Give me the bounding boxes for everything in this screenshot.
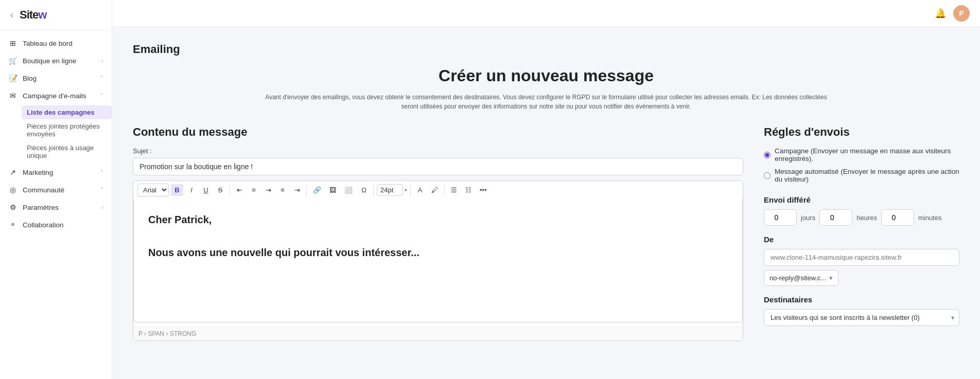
chevron-up-icon: ˄ [100,93,103,99]
campagne-submenu: Liste des campagnes Pièces jointes proté… [0,104,112,164]
rules-section: Régles d'envois Campagne (Envoyer un mes… [764,125,959,335]
send-type-radio-group: Campagne (Envoyer un message en masse au… [764,147,959,183]
align-justify-button[interactable]: ≡ [276,184,289,196]
back-button[interactable]: ‹ [8,10,15,21]
special-char-button[interactable]: Ω [358,184,370,196]
font-size-input[interactable] [377,184,402,196]
chevron-down-icon: ˅ [100,75,103,82]
highlight-button[interactable]: 🖊 [428,184,441,196]
embed-button[interactable]: ⬜ [341,184,356,196]
envoi-differe-fields: jours heures minutes [764,209,959,226]
sidebar-item-boutique-label: Boutique en ligne [23,57,76,65]
tableau-icon: ⊞ [8,39,18,47]
divider-3 [373,185,374,195]
from-email-value: no-reply@sitew.c... [769,274,826,282]
campagne-icon: ✉ [8,92,18,100]
sidebar-item-marketing-label: Marketing [23,169,53,176]
notification-icon[interactable]: 🔔 [935,8,946,19]
parametres-icon: ⚙ [8,203,18,211]
radio-campagne[interactable]: Campagne (Envoyer un message en masse au… [764,147,959,163]
sidebar-item-boutique[interactable]: 🛒 Boutique en ligne › [0,52,112,69]
align-center-button[interactable]: ≡ [248,184,260,196]
rules-section-title: Régles d'envois [764,125,959,139]
sidebar-item-pj-protegees[interactable]: Pièces jointes protégées envoyées [22,119,112,141]
bold-button[interactable]: B [171,184,183,196]
sidebar-item-marketing[interactable]: ↗ Marketing ˅ [0,164,112,181]
align-left-button[interactable]: ⇤ [233,184,246,196]
chevron-right-icon-2: › [101,204,103,210]
radio-automatise-label: Message automatisé (Envoyer le message a… [775,168,959,183]
main-content: 🔔 P Emailing Créer un nouveau message Av… [112,0,980,379]
sidebar: ‹ Sitew ⊞ Tableau de bord 🛒 Boutique en … [0,0,112,379]
italic-button[interactable]: I [185,184,198,196]
radio-campagne-input[interactable] [764,152,771,158]
topbar: 🔔 P [112,0,980,27]
divider-1 [230,185,230,195]
font-color-button[interactable]: A [414,184,426,196]
link-button[interactable]: 🔗 [310,184,324,196]
radio-automatise[interactable]: Message automatisé (Envoyer le message a… [764,168,959,183]
more-options-button[interactable]: ••• [477,184,490,196]
logo-w: w [38,8,46,21]
sidebar-item-liste-campagnes[interactable]: Liste des campagnes [22,105,112,119]
indent-button[interactable]: ⇥ [291,184,303,196]
divider-5 [444,185,445,195]
sidebar-item-campagne[interactable]: ✉ Campagne d'e-mails ˄ [0,87,112,104]
minutes-label: minutes [918,214,942,222]
jours-input[interactable] [764,209,797,226]
de-group: De no-reply@sitew.c... ▾ [764,235,959,286]
content-section-title: Contenu du message [133,125,743,139]
minutes-input[interactable] [881,209,914,226]
avatar[interactable]: P [953,5,970,22]
sidebar-item-blog[interactable]: 📝 Blog ˅ [0,69,112,87]
subject-input[interactable] [133,158,743,175]
image-button[interactable]: 🖼 [326,184,339,196]
editor-line-2: Nous avons une nouvelle qui pourrait vou… [148,244,728,261]
boutique-icon: 🛒 [8,57,18,65]
chevron-down-icon-2: ˅ [100,169,103,176]
sidebar-item-communaute-label: Communauté [23,186,64,194]
page-breadcrumb: Emailing [133,43,959,56]
logo-site: Site [20,8,38,21]
chevron-right-icon: › [101,58,103,64]
editor-content: Cher Patrick, Nous avons une nouvelle qu… [148,211,728,261]
editor-breadcrumb: P › SPAN › STRONG [133,327,743,340]
sidebar-item-tableau-label: Tableau de bord [23,40,73,47]
heures-input[interactable] [819,209,852,226]
ordered-list-button[interactable]: ☷ [462,184,475,196]
font-size-group: ▾ [377,184,407,196]
font-family-select[interactable]: Arial [137,184,169,196]
sidebar-item-blog-label: Blog [23,75,37,82]
sidebar-item-collaboration[interactable]: ⚬ Collaboration [0,216,112,233]
destinataires-title: Destinataires [764,295,959,304]
bullet-list-button[interactable]: ☰ [448,184,460,196]
envoi-differe-title: Envoi différé [764,195,959,204]
from-domain-input [764,249,959,266]
radio-automatise-input[interactable] [764,172,771,179]
sidebar-item-communaute[interactable]: ◎ Communauté ˅ [0,181,112,198]
sidebar-navigation: ⊞ Tableau de bord 🛒 Boutique en ligne › … [0,30,112,238]
chevron-down-icon-3: ˅ [100,187,103,193]
page-main-title: Créer un nouveau message [133,66,959,85]
destinataires-select[interactable]: Les visiteurs qui se sont inscrits à la … [764,309,959,326]
sidebar-item-tableau[interactable]: ⊞ Tableau de bord [0,34,112,52]
editor-toolbar: Arial B I U S ⇤ ≡ ⇥ ≡ ⇥ 🔗 🖼 ⬜ Ω [133,181,743,199]
divider-2 [306,185,307,195]
dropdown-chevron-icon: ▾ [829,274,833,282]
destinataires-select-wrapper: Les visiteurs qui se sont inscrits à la … [764,309,959,326]
destinataires-group: Destinataires Les visiteurs qui se sont … [764,295,959,326]
strikethrough-button[interactable]: S [214,184,226,196]
envoi-differe-group: Envoi différé jours heures minutes [764,195,959,226]
align-right-button[interactable]: ⇥ [262,184,274,196]
editor-area[interactable]: Cher Patrick, Nous avons une nouvelle qu… [133,199,743,322]
sidebar-item-campagne-label: Campagne d'e-mails [23,92,86,100]
editor-container: Cher Patrick, Nous avons une nouvelle qu… [133,199,743,341]
sidebar-item-pj-unique[interactable]: Pièces jointes à usage unique [22,141,112,163]
collaboration-icon: ⚬ [8,221,18,229]
underline-button[interactable]: U [200,184,212,196]
communaute-icon: ◎ [8,186,18,194]
sidebar-item-collaboration-label: Collaboration [23,221,64,229]
two-col-layout: Contenu du message Sujet : Arial B I U S… [133,125,959,341]
from-email-dropdown[interactable]: no-reply@sitew.c... ▾ [764,270,838,286]
sidebar-item-parametres[interactable]: ⚙ Paramètres › [0,198,112,216]
